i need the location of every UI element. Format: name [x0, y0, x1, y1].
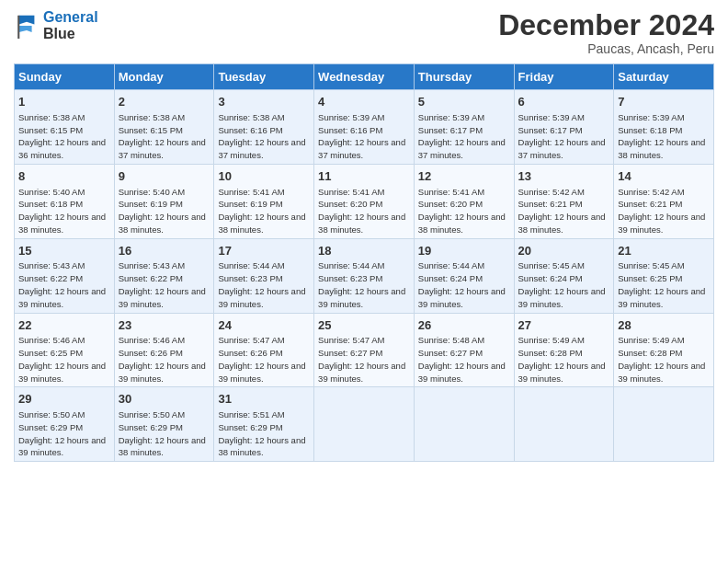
day-info: Sunrise: 5:49 AMSunset: 6:28 PMDaylight:…: [518, 335, 606, 383]
calendar-cell: 18Sunrise: 5:44 AMSunset: 6:23 PMDayligh…: [314, 238, 415, 313]
logo: General Blue: [14, 9, 98, 41]
day-number: 6: [518, 94, 610, 110]
day-number: 25: [318, 317, 410, 334]
calendar-week-4: 22Sunrise: 5:46 AMSunset: 6:25 PMDayligh…: [15, 313, 714, 387]
day-info: Sunrise: 5:38 AMSunset: 6:15 PMDaylight:…: [18, 112, 106, 160]
day-header-wednesday: Wednesday: [314, 64, 415, 90]
calendar-cell: 31Sunrise: 5:51 AMSunset: 6:29 PMDayligh…: [214, 387, 314, 462]
day-info: Sunrise: 5:50 AMSunset: 6:29 PMDaylight:…: [119, 409, 206, 457]
day-number: 12: [418, 168, 510, 185]
calendar-cell: 29Sunrise: 5:50 AMSunset: 6:29 PMDayligh…: [15, 387, 115, 462]
calendar-cell: [614, 387, 714, 462]
day-info: Sunrise: 5:43 AMSunset: 6:22 PMDaylight:…: [18, 260, 106, 308]
day-number: 8: [18, 168, 110, 185]
calendar-week-2: 8Sunrise: 5:40 AMSunset: 6:18 PMDaylight…: [15, 164, 714, 238]
day-number: 3: [218, 94, 310, 110]
calendar-page: General Blue December 2024 Paucas, Ancas…: [0, 0, 728, 563]
day-number: 9: [119, 168, 210, 185]
day-number: 13: [518, 168, 610, 185]
calendar-cell: 23Sunrise: 5:46 AMSunset: 6:26 PMDayligh…: [114, 313, 214, 387]
day-info: Sunrise: 5:51 AMSunset: 6:29 PMDaylight:…: [218, 409, 305, 457]
day-info: Sunrise: 5:47 AMSunset: 6:27 PMDaylight:…: [318, 335, 405, 383]
day-number: 2: [119, 94, 210, 110]
day-number: 27: [518, 317, 610, 334]
day-number: 5: [418, 94, 510, 110]
day-number: 21: [618, 243, 710, 259]
day-number: 11: [318, 168, 410, 185]
day-header-saturday: Saturday: [614, 64, 714, 90]
calendar-cell: 28Sunrise: 5:49 AMSunset: 6:28 PMDayligh…: [614, 313, 714, 387]
calendar-cell: 14Sunrise: 5:42 AMSunset: 6:21 PMDayligh…: [614, 164, 714, 238]
day-number: 26: [418, 317, 510, 334]
day-info: Sunrise: 5:40 AMSunset: 6:18 PMDaylight:…: [18, 187, 106, 235]
header: General Blue December 2024 Paucas, Ancas…: [14, 9, 714, 56]
calendar-header-row: SundayMondayTuesdayWednesdayThursdayFrid…: [15, 64, 714, 90]
calendar-cell: 12Sunrise: 5:41 AMSunset: 6:20 PMDayligh…: [414, 164, 514, 238]
day-info: Sunrise: 5:49 AMSunset: 6:28 PMDaylight:…: [618, 335, 705, 383]
calendar-cell: 1Sunrise: 5:38 AMSunset: 6:15 PMDaylight…: [15, 90, 115, 165]
calendar-table: SundayMondayTuesdayWednesdayThursdayFrid…: [14, 63, 714, 462]
day-info: Sunrise: 5:46 AMSunset: 6:26 PMDaylight:…: [119, 335, 206, 383]
logo-text: General Blue: [43, 9, 98, 41]
calendar-cell: 25Sunrise: 5:47 AMSunset: 6:27 PMDayligh…: [314, 313, 415, 387]
day-info: Sunrise: 5:44 AMSunset: 6:23 PMDaylight:…: [218, 260, 305, 308]
calendar-cell: 7Sunrise: 5:39 AMSunset: 6:18 PMDaylight…: [614, 90, 714, 165]
calendar-cell: 27Sunrise: 5:49 AMSunset: 6:28 PMDayligh…: [514, 313, 614, 387]
calendar-cell: 13Sunrise: 5:42 AMSunset: 6:21 PMDayligh…: [514, 164, 614, 238]
calendar-cell: 16Sunrise: 5:43 AMSunset: 6:22 PMDayligh…: [114, 238, 214, 313]
calendar-cell: 19Sunrise: 5:44 AMSunset: 6:24 PMDayligh…: [414, 238, 514, 313]
title-area: December 2024 Paucas, Ancash, Peru: [498, 9, 714, 56]
day-info: Sunrise: 5:45 AMSunset: 6:24 PMDaylight:…: [518, 260, 606, 308]
day-info: Sunrise: 5:40 AMSunset: 6:19 PMDaylight:…: [119, 187, 206, 235]
day-header-sunday: Sunday: [15, 64, 115, 90]
month-title: December 2024: [498, 9, 714, 41]
day-number: 19: [418, 243, 510, 259]
day-info: Sunrise: 5:38 AMSunset: 6:16 PMDaylight:…: [218, 112, 305, 160]
day-number: 30: [119, 391, 210, 408]
logo-icon: [14, 13, 40, 39]
day-info: Sunrise: 5:44 AMSunset: 6:23 PMDaylight:…: [318, 260, 405, 308]
calendar-cell: 20Sunrise: 5:45 AMSunset: 6:24 PMDayligh…: [514, 238, 614, 313]
day-number: 29: [18, 391, 110, 408]
day-header-monday: Monday: [114, 64, 214, 90]
day-info: Sunrise: 5:45 AMSunset: 6:25 PMDaylight:…: [618, 260, 705, 308]
day-info: Sunrise: 5:47 AMSunset: 6:26 PMDaylight:…: [218, 335, 305, 383]
day-number: 22: [18, 317, 110, 334]
day-number: 28: [618, 317, 710, 334]
day-number: 24: [218, 317, 310, 334]
calendar-cell: 3Sunrise: 5:38 AMSunset: 6:16 PMDaylight…: [214, 90, 314, 165]
day-header-thursday: Thursday: [414, 64, 514, 90]
day-number: 7: [618, 94, 710, 110]
day-number: 31: [218, 391, 310, 408]
svg-rect-2: [17, 15, 19, 38]
day-number: 1: [18, 94, 110, 110]
calendar-cell: 5Sunrise: 5:39 AMSunset: 6:17 PMDaylight…: [414, 90, 514, 165]
day-number: 17: [218, 243, 310, 259]
day-info: Sunrise: 5:41 AMSunset: 6:20 PMDaylight:…: [318, 187, 405, 235]
day-number: 10: [218, 168, 310, 185]
calendar-cell: [414, 387, 514, 462]
day-number: 14: [618, 168, 710, 185]
day-number: 23: [119, 317, 210, 334]
calendar-cell: [314, 387, 415, 462]
calendar-cell: 15Sunrise: 5:43 AMSunset: 6:22 PMDayligh…: [15, 238, 115, 313]
day-header-friday: Friday: [514, 64, 614, 90]
calendar-week-3: 15Sunrise: 5:43 AMSunset: 6:22 PMDayligh…: [15, 238, 714, 313]
calendar-cell: 4Sunrise: 5:39 AMSunset: 6:16 PMDaylight…: [314, 90, 415, 165]
calendar-cell: 10Sunrise: 5:41 AMSunset: 6:19 PMDayligh…: [214, 164, 314, 238]
day-info: Sunrise: 5:38 AMSunset: 6:15 PMDaylight:…: [119, 112, 206, 160]
calendar-body: 1Sunrise: 5:38 AMSunset: 6:15 PMDaylight…: [15, 90, 714, 462]
day-info: Sunrise: 5:50 AMSunset: 6:29 PMDaylight:…: [18, 409, 106, 457]
day-info: Sunrise: 5:39 AMSunset: 6:17 PMDaylight:…: [418, 112, 506, 160]
day-info: Sunrise: 5:44 AMSunset: 6:24 PMDaylight:…: [418, 260, 506, 308]
svg-marker-0: [19, 15, 35, 24]
day-info: Sunrise: 5:39 AMSunset: 6:18 PMDaylight:…: [618, 112, 705, 160]
calendar-cell: 26Sunrise: 5:48 AMSunset: 6:27 PMDayligh…: [414, 313, 514, 387]
day-number: 16: [119, 243, 210, 259]
day-info: Sunrise: 5:41 AMSunset: 6:19 PMDaylight:…: [218, 187, 305, 235]
svg-marker-1: [19, 26, 32, 32]
calendar-week-5: 29Sunrise: 5:50 AMSunset: 6:29 PMDayligh…: [15, 387, 714, 462]
day-info: Sunrise: 5:42 AMSunset: 6:21 PMDaylight:…: [518, 187, 606, 235]
day-info: Sunrise: 5:48 AMSunset: 6:27 PMDaylight:…: [418, 335, 506, 383]
day-info: Sunrise: 5:39 AMSunset: 6:16 PMDaylight:…: [318, 112, 405, 160]
